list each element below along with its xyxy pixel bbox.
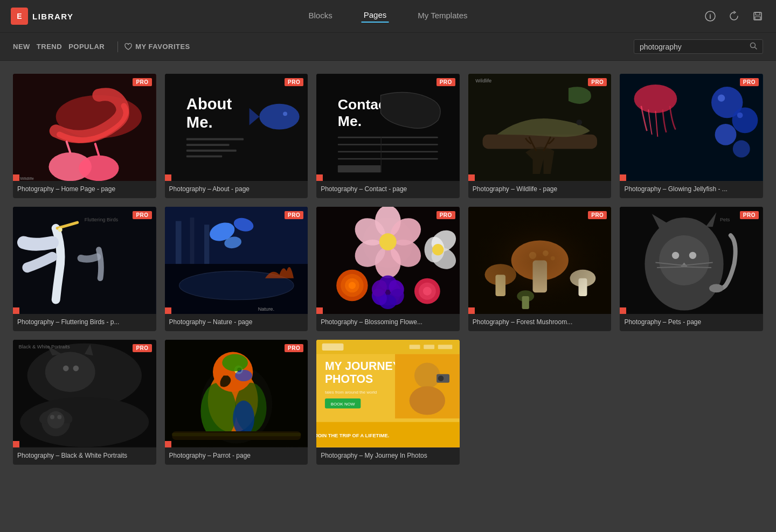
svg-text:i: i (709, 13, 711, 20)
pro-badge-4: PRO (588, 78, 607, 86)
item-label-2: Photography – About - page (165, 181, 308, 198)
header-nav: Blocks Pages My Templates (307, 10, 470, 23)
template-item-7[interactable]: Nature. PRO Photography – Nature - page (165, 207, 308, 331)
item-label-10: Photography – Pets - page (620, 314, 763, 331)
filter-new[interactable]: NEW (13, 43, 37, 51)
logo-icon: E (11, 8, 28, 25)
logo-text: LIBRARY (32, 12, 74, 21)
pro-badge-12: PRO (285, 344, 303, 352)
nav-pages[interactable]: Pages (362, 10, 389, 23)
item-label-5: Photography – Glowing Jellyfish - ... (620, 181, 763, 198)
header: E LIBRARY Blocks Pages My Templates i (0, 0, 776, 33)
filter-favorites[interactable]: MY FAVORITES (124, 43, 190, 51)
item-label-3: Photography – Contact - page (316, 181, 460, 198)
template-grid: Wildlife PRO Photography – Home Page - p… (0, 61, 776, 478)
template-item-4[interactable]: Wildlife PRO Photography – Wildlife - pa… (468, 74, 612, 198)
red-corner-10 (620, 307, 626, 314)
red-corner-5 (620, 174, 626, 181)
red-corner-3 (316, 174, 323, 181)
search-input[interactable] (640, 43, 750, 51)
filter-bar: NEW TREND POPULAR MY FAVORITES (0, 33, 776, 61)
info-icon[interactable]: i (703, 9, 718, 24)
header-actions: i (703, 9, 765, 24)
item-label-11: Photography – Black & White Portraits (13, 447, 156, 465)
item-label-8: Photography – Blossoming Flowe... (316, 314, 460, 331)
item-label-4: Photography – Wildlife - page (468, 181, 612, 198)
template-item-5[interactable]: PRO Photography – Glowing Jellyfish - ..… (620, 74, 763, 198)
red-corner-11 (13, 441, 19, 447)
nav-my-templates[interactable]: My Templates (415, 11, 469, 22)
red-corner-4 (468, 174, 475, 181)
pro-badge-8: PRO (436, 211, 455, 219)
template-item-10[interactable]: Pets PRO Photography – Pets - page (620, 207, 763, 331)
refresh-icon[interactable] (726, 9, 742, 24)
item-label-7: Photography – Nature - page (165, 314, 308, 331)
pro-badge-5: PRO (740, 78, 759, 86)
item-label-6: Photography – Fluttering Birds - p... (13, 314, 156, 331)
item-label-13: Photography – My Journey In Photos (316, 447, 460, 465)
heart-icon (124, 43, 132, 51)
template-item-3[interactable]: Contact Me. PRO Photography – Contact - … (316, 74, 460, 198)
filter-trend[interactable]: TREND (37, 43, 68, 51)
save-icon[interactable] (750, 9, 765, 24)
template-item-11[interactable]: Black & White Portraits PRO Photography … (13, 340, 156, 464)
pro-badge-2: PRO (285, 78, 303, 86)
template-item-13[interactable]: MY JOURNEY IN PHOTOS tales from around t… (316, 340, 460, 464)
item-label-9: Photography – Forest Mushroom... (468, 314, 612, 331)
filter-divider (117, 41, 118, 52)
template-item-6[interactable]: Fluttering Birds PRO Photography – Flutt… (13, 207, 156, 331)
template-item-2[interactable]: About Me. PRO Photography – About - page (165, 74, 308, 198)
search-area (634, 39, 763, 54)
red-corner-9 (468, 307, 475, 314)
pro-badge-10: PRO (740, 211, 759, 219)
item-label-1: Photography – Home Page - page (13, 181, 156, 198)
template-item-1[interactable]: Wildlife PRO Photography – Home Page - p… (13, 74, 156, 198)
pro-badge-3: PRO (436, 78, 455, 86)
filter-popular[interactable]: POPULAR (68, 43, 111, 51)
red-corner-7 (165, 307, 171, 314)
logo-area: E LIBRARY (11, 8, 97, 25)
nav-blocks[interactable]: Blocks (307, 11, 335, 22)
pro-badge-6: PRO (133, 211, 151, 219)
pro-badge-9: PRO (588, 211, 607, 219)
svg-rect-4 (755, 17, 760, 19)
red-corner-12 (165, 441, 171, 447)
pro-badge-7: PRO (285, 211, 303, 219)
search-icon[interactable] (750, 42, 757, 51)
template-item-12[interactable]: PRO Photography – Parrot - page (165, 340, 308, 464)
pro-badge-1: PRO (133, 78, 151, 86)
red-corner-2 (165, 174, 171, 181)
template-item-9[interactable]: PRO Photography – Forest Mushroom... (468, 207, 612, 331)
pro-badge-11: PRO (133, 344, 151, 352)
red-corner-8 (316, 307, 323, 314)
item-label-12: Photography – Parrot - page (165, 447, 308, 465)
svg-line-6 (755, 47, 757, 50)
red-corner-1 (13, 174, 19, 181)
template-item-8[interactable]: PRO Photography – Blossoming Flowe... (316, 207, 460, 331)
red-corner-6 (13, 307, 19, 314)
